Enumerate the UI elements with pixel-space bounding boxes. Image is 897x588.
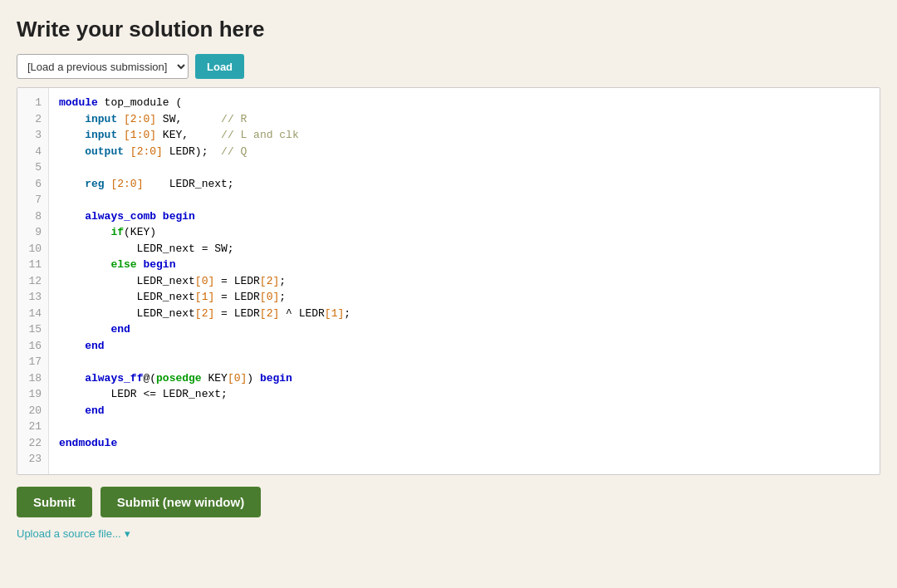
code-line: LEDR <= LEDR_next; [59, 386, 870, 403]
code-line: end [59, 321, 870, 338]
upload-link[interactable]: Upload a source file... ▾ [17, 527, 880, 540]
code-line: reg [2:0] LEDR_next; [59, 176, 870, 193]
code-line: if(KEY) [59, 224, 870, 241]
submit-new-window-button[interactable]: Submit (new window) [100, 487, 261, 517]
code-line: else begin [59, 257, 870, 273]
code-line [59, 451, 870, 468]
code-line [59, 419, 870, 435]
submit-button[interactable]: Submit [17, 487, 92, 517]
code-line: end [59, 338, 870, 355]
code-line: LEDR_next[2] = LEDR[2] ^ LEDR[1]; [59, 306, 870, 322]
code-line: endmodule [59, 435, 870, 452]
line-numbers: 1234567891011121314151617181920212223 [17, 88, 49, 474]
load-button[interactable]: Load [195, 54, 244, 79]
code-editor: 1234567891011121314151617181920212223 mo… [17, 87, 880, 475]
upload-link-text: Upload a source file... [17, 527, 121, 540]
code-line: input [2:0] SW, // R [59, 111, 870, 128]
code-line: module top_module ( [59, 95, 870, 111]
code-line: LEDR_next[0] = LEDR[2]; [59, 273, 870, 290]
code-line [59, 159, 870, 176]
upload-chevron-icon: ▾ [125, 527, 130, 540]
code-line: output [2:0] LEDR); // Q [59, 144, 870, 160]
code-line: always_ff@(posedge KEY[0]) begin [59, 370, 870, 387]
submit-area: Submit Submit (new window) [17, 487, 880, 517]
toolbar: [Load a previous submission] Load [17, 54, 880, 79]
submission-select[interactable]: [Load a previous submission] [17, 54, 189, 79]
code-line [59, 192, 870, 208]
code-content[interactable]: module top_module ( input [2:0] SW, // R… [49, 88, 880, 474]
code-line: LEDR_next = SW; [59, 241, 870, 257]
code-line: input [1:0] KEY, // L and clk [59, 127, 870, 144]
code-line: end [59, 403, 870, 419]
code-line [59, 354, 870, 370]
code-line: LEDR_next[1] = LEDR[0]; [59, 289, 870, 306]
code-line: always_comb begin [59, 208, 870, 225]
page-title: Write your solution here [17, 17, 880, 42]
